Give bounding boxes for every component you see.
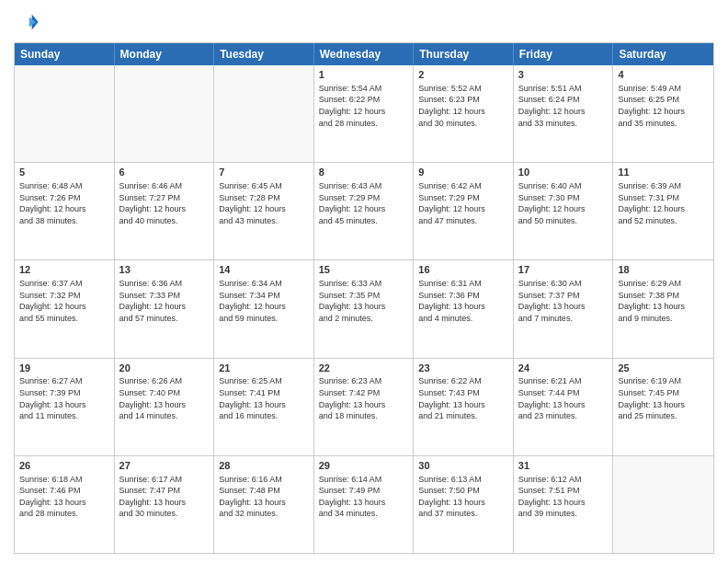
- day-info: Sunrise: 6:37 AM Sunset: 7:32 PM Dayligh…: [19, 278, 109, 324]
- day-cell-31: 31Sunrise: 6:12 AM Sunset: 7:51 PM Dayli…: [514, 456, 614, 553]
- calendar-body: 1Sunrise: 5:54 AM Sunset: 6:22 PM Daylig…: [15, 65, 713, 553]
- day-info: Sunrise: 6:34 AM Sunset: 7:34 PM Dayligh…: [219, 278, 309, 324]
- day-cell-9: 9Sunrise: 6:42 AM Sunset: 7:29 PM Daylig…: [414, 163, 514, 259]
- day-info: Sunrise: 6:46 AM Sunset: 7:27 PM Dayligh…: [119, 180, 210, 226]
- day-cell-22: 22Sunrise: 6:23 AM Sunset: 7:42 PM Dayli…: [314, 359, 415, 455]
- day-number: 24: [518, 362, 609, 375]
- page: SundayMondayTuesdayWednesdayThursdayFrid…: [0, 0, 728, 563]
- day-number: 22: [319, 362, 409, 375]
- day-number: 6: [119, 166, 210, 179]
- day-info: Sunrise: 6:13 AM Sunset: 7:50 PM Dayligh…: [418, 474, 508, 520]
- day-number: 4: [618, 68, 709, 82]
- day-cell-2: 2Sunrise: 5:52 AM Sunset: 6:23 PM Daylig…: [414, 65, 514, 162]
- weekday-header-thursday: Thursday: [414, 43, 514, 65]
- calendar: SundayMondayTuesdayWednesdayThursdayFrid…: [14, 42, 714, 554]
- day-cell-15: 15Sunrise: 6:33 AM Sunset: 7:35 PM Dayli…: [314, 260, 415, 357]
- day-number: 14: [219, 263, 309, 277]
- empty-cell: [115, 65, 215, 162]
- day-number: 27: [119, 459, 210, 473]
- day-cell-14: 14Sunrise: 6:34 AM Sunset: 7:34 PM Dayli…: [214, 260, 314, 357]
- day-cell-3: 3Sunrise: 5:51 AM Sunset: 6:24 PM Daylig…: [514, 65, 614, 162]
- day-cell-16: 16Sunrise: 6:31 AM Sunset: 7:36 PM Dayli…: [414, 260, 514, 357]
- calendar-header: SundayMondayTuesdayWednesdayThursdayFrid…: [15, 43, 713, 65]
- day-info: Sunrise: 6:19 AM Sunset: 7:45 PM Dayligh…: [618, 375, 709, 421]
- day-number: 5: [19, 166, 109, 179]
- day-info: Sunrise: 6:21 AM Sunset: 7:44 PM Dayligh…: [518, 375, 609, 421]
- day-number: 2: [418, 68, 508, 82]
- day-cell-28: 28Sunrise: 6:16 AM Sunset: 7:48 PM Dayli…: [214, 456, 314, 553]
- day-cell-30: 30Sunrise: 6:13 AM Sunset: 7:50 PM Dayli…: [414, 456, 514, 553]
- day-number: 13: [119, 263, 210, 277]
- day-cell-12: 12Sunrise: 6:37 AM Sunset: 7:32 PM Dayli…: [15, 260, 115, 357]
- day-cell-4: 4Sunrise: 5:49 AM Sunset: 6:25 PM Daylig…: [613, 65, 713, 162]
- day-number: 20: [119, 362, 210, 375]
- day-cell-10: 10Sunrise: 6:40 AM Sunset: 7:30 PM Dayli…: [514, 163, 614, 259]
- day-cell-13: 13Sunrise: 6:36 AM Sunset: 7:33 PM Dayli…: [115, 260, 215, 357]
- weekday-header-monday: Monday: [115, 43, 215, 65]
- header: [14, 9, 714, 35]
- day-cell-18: 18Sunrise: 6:29 AM Sunset: 7:38 PM Dayli…: [613, 260, 713, 357]
- empty-cell: [15, 65, 115, 162]
- day-info: Sunrise: 6:48 AM Sunset: 7:26 PM Dayligh…: [19, 180, 109, 226]
- day-info: Sunrise: 6:33 AM Sunset: 7:35 PM Dayligh…: [319, 278, 409, 324]
- day-cell-6: 6Sunrise: 6:46 AM Sunset: 7:27 PM Daylig…: [115, 163, 215, 259]
- day-info: Sunrise: 6:39 AM Sunset: 7:31 PM Dayligh…: [618, 180, 709, 226]
- day-number: 18: [618, 263, 709, 277]
- day-info: Sunrise: 5:52 AM Sunset: 6:23 PM Dayligh…: [418, 83, 508, 129]
- day-number: 25: [618, 362, 709, 375]
- day-cell-8: 8Sunrise: 6:43 AM Sunset: 7:29 PM Daylig…: [314, 163, 415, 259]
- day-cell-27: 27Sunrise: 6:17 AM Sunset: 7:47 PM Dayli…: [115, 456, 215, 553]
- day-number: 17: [518, 263, 609, 277]
- day-info: Sunrise: 6:30 AM Sunset: 7:37 PM Dayligh…: [518, 278, 609, 324]
- day-cell-21: 21Sunrise: 6:25 AM Sunset: 7:41 PM Dayli…: [214, 359, 314, 455]
- calendar-row-1: 1Sunrise: 5:54 AM Sunset: 6:22 PM Daylig…: [15, 65, 713, 162]
- empty-cell: [613, 456, 713, 553]
- calendar-row-5: 26Sunrise: 6:18 AM Sunset: 7:46 PM Dayli…: [15, 455, 713, 553]
- empty-cell: [214, 65, 314, 162]
- day-number: 31: [518, 459, 609, 473]
- day-number: 28: [219, 459, 309, 473]
- day-number: 23: [418, 362, 508, 375]
- day-cell-7: 7Sunrise: 6:45 AM Sunset: 7:28 PM Daylig…: [214, 163, 314, 259]
- day-cell-19: 19Sunrise: 6:27 AM Sunset: 7:39 PM Dayli…: [15, 359, 115, 455]
- day-info: Sunrise: 6:18 AM Sunset: 7:46 PM Dayligh…: [19, 474, 109, 520]
- weekday-header-sunday: Sunday: [15, 43, 115, 65]
- weekday-header-wednesday: Wednesday: [314, 43, 415, 65]
- day-cell-25: 25Sunrise: 6:19 AM Sunset: 7:45 PM Dayli…: [613, 359, 713, 455]
- day-cell-1: 1Sunrise: 5:54 AM Sunset: 6:22 PM Daylig…: [314, 65, 415, 162]
- day-info: Sunrise: 6:31 AM Sunset: 7:36 PM Dayligh…: [418, 278, 508, 324]
- day-info: Sunrise: 6:25 AM Sunset: 7:41 PM Dayligh…: [219, 375, 309, 421]
- day-number: 21: [219, 362, 309, 375]
- day-number: 26: [19, 459, 109, 473]
- day-number: 7: [219, 166, 309, 179]
- weekday-header-tuesday: Tuesday: [214, 43, 314, 65]
- weekday-header-friday: Friday: [514, 43, 614, 65]
- day-number: 19: [19, 362, 109, 375]
- day-number: 1: [319, 68, 409, 82]
- day-info: Sunrise: 6:12 AM Sunset: 7:51 PM Dayligh…: [518, 474, 609, 520]
- day-number: 9: [418, 166, 508, 179]
- day-number: 29: [319, 459, 409, 473]
- day-cell-5: 5Sunrise: 6:48 AM Sunset: 7:26 PM Daylig…: [15, 163, 115, 259]
- day-number: 10: [518, 166, 609, 179]
- day-info: Sunrise: 6:42 AM Sunset: 7:29 PM Dayligh…: [418, 180, 508, 226]
- day-cell-17: 17Sunrise: 6:30 AM Sunset: 7:37 PM Dayli…: [514, 260, 614, 357]
- day-number: 30: [418, 459, 508, 473]
- day-info: Sunrise: 6:16 AM Sunset: 7:48 PM Dayligh…: [219, 474, 309, 520]
- day-info: Sunrise: 6:40 AM Sunset: 7:30 PM Dayligh…: [518, 180, 609, 226]
- day-cell-20: 20Sunrise: 6:26 AM Sunset: 7:40 PM Dayli…: [115, 359, 215, 455]
- day-number: 16: [418, 263, 508, 277]
- calendar-row-3: 12Sunrise: 6:37 AM Sunset: 7:32 PM Dayli…: [15, 259, 713, 357]
- day-info: Sunrise: 6:26 AM Sunset: 7:40 PM Dayligh…: [119, 375, 210, 421]
- logo-icon: [14, 9, 40, 35]
- day-cell-11: 11Sunrise: 6:39 AM Sunset: 7:31 PM Dayli…: [613, 163, 713, 259]
- day-info: Sunrise: 6:45 AM Sunset: 7:28 PM Dayligh…: [219, 180, 309, 226]
- day-info: Sunrise: 6:36 AM Sunset: 7:33 PM Dayligh…: [119, 278, 210, 324]
- day-info: Sunrise: 5:54 AM Sunset: 6:22 PM Dayligh…: [319, 83, 409, 129]
- day-info: Sunrise: 6:14 AM Sunset: 7:49 PM Dayligh…: [319, 474, 409, 520]
- day-number: 8: [319, 166, 409, 179]
- day-cell-24: 24Sunrise: 6:21 AM Sunset: 7:44 PM Dayli…: [514, 359, 614, 455]
- day-cell-29: 29Sunrise: 6:14 AM Sunset: 7:49 PM Dayli…: [314, 456, 415, 553]
- day-cell-23: 23Sunrise: 6:22 AM Sunset: 7:43 PM Dayli…: [414, 359, 514, 455]
- day-info: Sunrise: 6:23 AM Sunset: 7:42 PM Dayligh…: [319, 375, 409, 421]
